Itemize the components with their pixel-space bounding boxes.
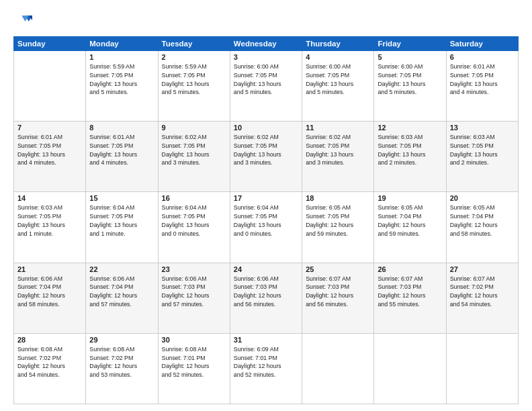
day-info: Sunrise: 6:07 AMSunset: 7:03 PMDaylight:… [378,275,442,309]
day-info: Sunrise: 6:00 AMSunset: 7:05 PMDaylight:… [234,62,298,97]
day-info: Sunrise: 6:00 AMSunset: 7:05 PMDaylight:… [306,62,370,97]
day-info: Sunrise: 6:03 AMSunset: 7:05 PMDaylight:… [450,133,515,167]
day-info: Sunrise: 6:02 AMSunset: 7:05 PMDaylight:… [234,133,298,167]
day-info: Sunrise: 6:03 AMSunset: 7:05 PMDaylight:… [378,133,442,167]
day-number: 9 [162,124,226,132]
day-info: Sunrise: 6:05 AMSunset: 7:04 PMDaylight:… [450,203,515,238]
day-number: 25 [306,265,370,273]
day-number: 8 [89,124,154,132]
calendar-week-4: 21Sunrise: 6:06 AMSunset: 7:04 PMDayligh… [14,263,519,333]
calendar-cell [302,333,374,404]
calendar-cell: 27Sunrise: 6:07 AMSunset: 7:02 PMDayligh… [446,263,518,333]
calendar-cell: 23Sunrise: 6:06 AMSunset: 7:03 PMDayligh… [158,263,230,333]
day-number: 4 [306,53,370,61]
day-info: Sunrise: 6:05 AMSunset: 7:04 PMDaylight:… [378,203,442,238]
calendar-cell: 2Sunrise: 5:59 AMSunset: 7:05 PMDaylight… [158,51,230,122]
day-info: Sunrise: 6:07 AMSunset: 7:03 PMDaylight:… [306,275,370,309]
calendar-cell: 29Sunrise: 6:08 AMSunset: 7:02 PMDayligh… [86,333,158,404]
day-number: 6 [450,53,515,61]
calendar-header-saturday: Saturday [446,37,518,51]
calendar-cell: 13Sunrise: 6:03 AMSunset: 7:05 PMDayligh… [446,122,518,192]
calendar-cell: 22Sunrise: 6:06 AMSunset: 7:04 PMDayligh… [86,263,158,333]
calendar-cell: 11Sunrise: 6:02 AMSunset: 7:05 PMDayligh… [302,122,374,192]
day-info: Sunrise: 6:06 AMSunset: 7:03 PMDaylight:… [234,275,298,309]
calendar-cell: 1Sunrise: 5:59 AMSunset: 7:05 PMDaylight… [86,51,158,122]
day-number: 24 [234,265,298,273]
day-number: 19 [378,194,442,202]
calendar-header-thursday: Thursday [302,37,374,51]
day-number: 22 [89,265,154,273]
calendar-table: SundayMondayTuesdayWednesdayThursdayFrid… [13,36,519,404]
calendar-cell: 31Sunrise: 6:09 AMSunset: 7:01 PMDayligh… [230,333,302,404]
day-number: 29 [89,336,154,344]
day-number: 31 [234,336,298,344]
day-info: Sunrise: 6:07 AMSunset: 7:02 PMDaylight:… [450,275,515,309]
day-info: Sunrise: 6:02 AMSunset: 7:05 PMDaylight:… [162,133,226,167]
day-info: Sunrise: 6:03 AMSunset: 7:05 PMDaylight:… [17,203,82,238]
day-info: Sunrise: 6:08 AMSunset: 7:02 PMDaylight:… [17,345,82,379]
calendar-cell: 10Sunrise: 6:02 AMSunset: 7:05 PMDayligh… [230,122,302,192]
day-info: Sunrise: 6:06 AMSunset: 7:03 PMDaylight:… [162,275,226,309]
day-info: Sunrise: 6:01 AMSunset: 7:05 PMDaylight:… [89,133,154,167]
calendar-cell: 14Sunrise: 6:03 AMSunset: 7:05 PMDayligh… [14,192,86,263]
day-info: Sunrise: 6:08 AMSunset: 7:01 PMDaylight:… [162,345,226,379]
calendar-week-1: 1Sunrise: 5:59 AMSunset: 7:05 PMDaylight… [14,51,519,122]
day-number: 2 [162,53,226,61]
day-number: 30 [162,336,226,344]
calendar-cell: 15Sunrise: 6:04 AMSunset: 7:05 PMDayligh… [86,192,158,263]
header [13,12,519,31]
day-number: 11 [306,124,370,132]
calendar-week-5: 28Sunrise: 6:08 AMSunset: 7:02 PMDayligh… [14,333,519,404]
day-number: 27 [450,265,515,273]
calendar-header-monday: Monday [86,37,158,51]
calendar-cell: 16Sunrise: 6:04 AMSunset: 7:05 PMDayligh… [158,192,230,263]
calendar-header-wednesday: Wednesday [230,37,302,51]
calendar-cell: 4Sunrise: 6:00 AMSunset: 7:05 PMDaylight… [302,51,374,122]
day-number: 18 [306,194,370,202]
calendar-cell: 28Sunrise: 6:08 AMSunset: 7:02 PMDayligh… [14,333,86,404]
calendar-cell [446,333,518,404]
calendar-cell: 21Sunrise: 6:06 AMSunset: 7:04 PMDayligh… [14,263,86,333]
calendar-cell: 5Sunrise: 6:00 AMSunset: 7:05 PMDaylight… [374,51,446,122]
calendar-cell: 9Sunrise: 6:02 AMSunset: 7:05 PMDaylight… [158,122,230,192]
calendar-header-friday: Friday [374,37,446,51]
calendar-header-row: SundayMondayTuesdayWednesdayThursdayFrid… [14,37,519,51]
day-number: 13 [450,124,515,132]
day-number: 3 [234,53,298,61]
page: SundayMondayTuesdayWednesdayThursdayFrid… [0,0,532,411]
calendar-cell: 24Sunrise: 6:06 AMSunset: 7:03 PMDayligh… [230,263,302,333]
day-number: 5 [378,53,442,61]
logo-icon [13,12,32,31]
calendar-header-tuesday: Tuesday [158,37,230,51]
day-info: Sunrise: 6:04 AMSunset: 7:05 PMDaylight:… [234,203,298,238]
calendar-header-sunday: Sunday [14,37,86,51]
day-info: Sunrise: 6:01 AMSunset: 7:05 PMDaylight:… [450,62,515,97]
calendar-cell: 26Sunrise: 6:07 AMSunset: 7:03 PMDayligh… [374,263,446,333]
calendar-cell: 18Sunrise: 6:05 AMSunset: 7:05 PMDayligh… [302,192,374,263]
day-number: 15 [89,194,154,202]
calendar-cell: 12Sunrise: 6:03 AMSunset: 7:05 PMDayligh… [374,122,446,192]
day-info: Sunrise: 6:08 AMSunset: 7:02 PMDaylight:… [89,345,154,379]
day-number: 28 [17,336,82,344]
day-info: Sunrise: 6:05 AMSunset: 7:05 PMDaylight:… [306,203,370,238]
day-number: 21 [17,265,82,273]
calendar-cell: 30Sunrise: 6:08 AMSunset: 7:01 PMDayligh… [158,333,230,404]
day-number: 26 [378,265,442,273]
day-number: 17 [234,194,298,202]
calendar-cell: 19Sunrise: 6:05 AMSunset: 7:04 PMDayligh… [374,192,446,263]
day-number: 12 [378,124,442,132]
day-info: Sunrise: 6:06 AMSunset: 7:04 PMDaylight:… [17,275,82,309]
calendar-cell: 25Sunrise: 6:07 AMSunset: 7:03 PMDayligh… [302,263,374,333]
calendar-cell [14,51,86,122]
calendar-cell [374,333,446,404]
day-info: Sunrise: 6:02 AMSunset: 7:05 PMDaylight:… [306,133,370,167]
calendar-cell: 6Sunrise: 6:01 AMSunset: 7:05 PMDaylight… [446,51,518,122]
day-info: Sunrise: 6:01 AMSunset: 7:05 PMDaylight:… [17,133,82,167]
day-info: Sunrise: 5:59 AMSunset: 7:05 PMDaylight:… [162,62,226,97]
calendar-cell: 3Sunrise: 6:00 AMSunset: 7:05 PMDaylight… [230,51,302,122]
calendar-week-2: 7Sunrise: 6:01 AMSunset: 7:05 PMDaylight… [14,122,519,192]
calendar-week-3: 14Sunrise: 6:03 AMSunset: 7:05 PMDayligh… [14,192,519,263]
calendar-cell: 8Sunrise: 6:01 AMSunset: 7:05 PMDaylight… [86,122,158,192]
day-info: Sunrise: 6:09 AMSunset: 7:01 PMDaylight:… [234,345,298,379]
calendar-cell: 17Sunrise: 6:04 AMSunset: 7:05 PMDayligh… [230,192,302,263]
